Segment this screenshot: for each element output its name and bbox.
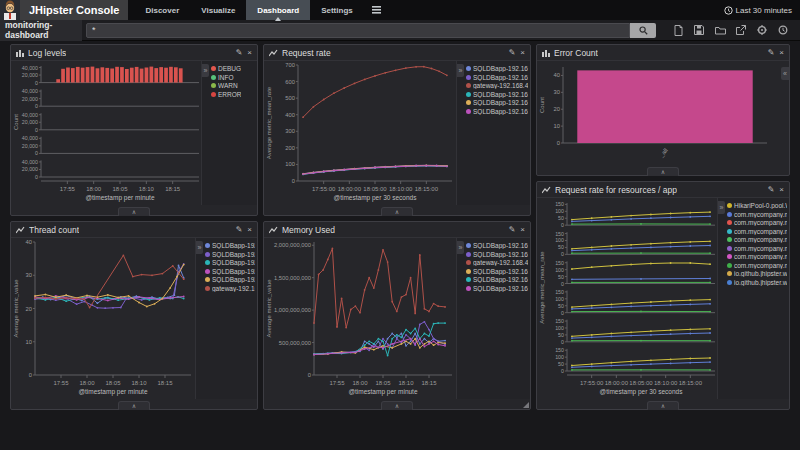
collapse-panel-chevron[interactable]: ∧ bbox=[647, 401, 679, 410]
legend-item[interactable]: SQLDBapp-192.168.4... bbox=[466, 99, 528, 106]
legend-item[interactable]: SQLDBapp-192.168.4... bbox=[466, 242, 528, 249]
legend-label: SQLDBapp-192.168.4... bbox=[212, 251, 255, 258]
legend-item[interactable]: INFO bbox=[211, 74, 255, 81]
panel-header[interactable]: Request rate ✎× bbox=[264, 45, 530, 61]
legend-toggle-icon[interactable]: » bbox=[196, 241, 203, 254]
edit-icon[interactable]: ✎ bbox=[509, 226, 516, 234]
legend-item[interactable]: SQLDBapp-192.168.4... bbox=[205, 276, 255, 283]
panel-header[interactable]: Thread count ✎× bbox=[11, 222, 257, 238]
time-picker[interactable]: Last 30 minutes bbox=[724, 0, 800, 20]
legend-item[interactable]: com.mycompany.myap... bbox=[727, 211, 787, 218]
legend-item[interactable]: com.mycompany.myap... bbox=[727, 228, 787, 235]
nav-item-visualize[interactable]: Visualize bbox=[190, 0, 246, 20]
panel-header[interactable]: Error Count ✎× bbox=[537, 45, 789, 61]
legend-item[interactable]: SQLDBapp-192.168.4... bbox=[466, 91, 528, 98]
legend-item[interactable]: DEBUG bbox=[211, 65, 255, 72]
legend-item[interactable]: com.mycompany.myap... bbox=[727, 245, 787, 252]
legend-item[interactable]: ERROR bbox=[211, 91, 255, 98]
refresh-clock-icon[interactable] bbox=[777, 24, 789, 36]
bar-chart-icon bbox=[542, 49, 550, 57]
legend-color-dot bbox=[466, 83, 471, 88]
brand-block[interactable]: JHipster Console bbox=[20, 0, 128, 20]
search-input[interactable] bbox=[86, 23, 630, 38]
legend-label: SQLDBapp-192.168.4... bbox=[473, 276, 528, 283]
legend-color-dot bbox=[727, 263, 732, 268]
legend-item[interactable]: SQLDBapp-192.168.4... bbox=[466, 251, 528, 258]
edit-icon[interactable]: ✎ bbox=[768, 186, 775, 194]
close-icon[interactable]: × bbox=[247, 226, 252, 234]
collapse-panel-chevron[interactable]: ∧ bbox=[118, 401, 150, 410]
dashboard-title-tab[interactable]: monitoring-dashboard bbox=[0, 20, 82, 41]
panel-header[interactable]: Log levels ✎× bbox=[11, 45, 257, 61]
legend-item[interactable]: gateway-192.168.43.8... bbox=[466, 259, 528, 266]
svg-text:50: 50 bbox=[558, 215, 564, 221]
search-button[interactable] bbox=[630, 23, 656, 38]
panel-footer: ∧ bbox=[11, 205, 257, 215]
new-dashboard-icon[interactable] bbox=[672, 24, 684, 36]
legend-toggle-icon[interactable]: » bbox=[202, 64, 209, 77]
jhipster-logo[interactable] bbox=[0, 0, 20, 20]
collapse-panel-chevron[interactable]: ∧ bbox=[647, 167, 679, 176]
close-icon[interactable]: × bbox=[779, 186, 784, 194]
legend-item[interactable]: WARN bbox=[211, 82, 255, 89]
legend-color-dot bbox=[466, 269, 471, 274]
legend-item[interactable]: com.mycompany.myap... bbox=[727, 262, 787, 269]
legend-item[interactable]: io.github.jhipster.web.r... bbox=[727, 279, 787, 286]
legend-toggle-icon[interactable]: « bbox=[781, 67, 789, 80]
legend-item[interactable]: SQLDBapp-192.168.4... bbox=[466, 65, 528, 72]
legend-color-dot bbox=[727, 271, 732, 276]
legend-item[interactable]: io.github.jhipster.web.r... bbox=[727, 270, 787, 277]
legend-toggle-icon[interactable]: » bbox=[457, 241, 464, 254]
legend-item[interactable]: SQLDBapp-192.168.4... bbox=[205, 259, 255, 266]
svg-text:40: 40 bbox=[554, 72, 560, 78]
legend-item[interactable]: SQLDBapp-192.168.4... bbox=[466, 276, 528, 283]
nav-item-settings[interactable]: Settings bbox=[310, 0, 364, 20]
panel-header[interactable]: Memory Used ✎× bbox=[264, 222, 530, 238]
clock-icon bbox=[724, 6, 733, 15]
legend-item[interactable]: gateway-192.168.43.8... bbox=[205, 285, 255, 292]
settings-gear-icon[interactable] bbox=[756, 24, 768, 36]
save-icon[interactable] bbox=[693, 24, 705, 36]
nav-item-dashboard[interactable]: Dashboard bbox=[246, 0, 310, 20]
legend-color-dot bbox=[211, 83, 216, 88]
legend-item[interactable]: gateway-192.168.43.8... bbox=[466, 82, 528, 89]
resize-handle[interactable] bbox=[523, 402, 529, 408]
nav-item-discover[interactable]: Discover bbox=[134, 0, 190, 20]
panel-header[interactable]: Request rate for resources / app ✎× bbox=[537, 182, 789, 198]
legend-item[interactable]: SQLDBapp-192.168.4... bbox=[205, 268, 255, 275]
legend-item[interactable]: SQLDBapp-192.168.4... bbox=[466, 74, 528, 81]
legend-color-dot bbox=[727, 254, 732, 259]
edit-icon[interactable]: ✎ bbox=[509, 49, 516, 57]
edit-icon[interactable]: ✎ bbox=[768, 49, 775, 57]
svg-text:50: 50 bbox=[558, 244, 564, 250]
edit-icon[interactable]: ✎ bbox=[236, 49, 243, 57]
close-icon[interactable]: × bbox=[520, 226, 525, 234]
svg-text:20,000: 20,000 bbox=[22, 96, 38, 102]
collapse-panel-chevron[interactable]: ∧ bbox=[118, 207, 150, 216]
legend-item[interactable]: SQLDBapp-192.168.4... bbox=[466, 285, 528, 292]
legend-item[interactable]: com.mycompany.myap... bbox=[727, 253, 787, 260]
close-icon[interactable]: × bbox=[520, 49, 525, 57]
collapse-panel-chevron[interactable]: ∧ bbox=[381, 401, 413, 410]
menu-icon[interactable] bbox=[364, 0, 389, 20]
panel-body: 17:5518:0018:0518:1018:15@timestamp per … bbox=[11, 238, 257, 399]
legend-item[interactable]: SQLDBapp-192.168.4... bbox=[466, 268, 528, 275]
legend-item[interactable]: HikariPool-0.pool.Wait bbox=[727, 202, 787, 209]
svg-text:18:10: 18:10 bbox=[131, 380, 147, 386]
request-rate-chart: 17:55:0018:00:0018:05:0018:10:0018:15:00… bbox=[264, 61, 456, 205]
close-icon[interactable]: × bbox=[247, 49, 252, 57]
legend-item[interactable]: SQLDBapp-192.168.4... bbox=[205, 242, 255, 249]
legend-item[interactable]: SQLDBapp-192.168.4... bbox=[205, 251, 255, 258]
collapse-panel-chevron[interactable]: ∧ bbox=[381, 207, 413, 216]
edit-icon[interactable]: ✎ bbox=[236, 226, 243, 234]
legend-item[interactable]: SQLDBapp-192.168.4... bbox=[466, 108, 528, 115]
close-icon[interactable]: × bbox=[779, 49, 784, 57]
svg-text:17:55: 17:55 bbox=[60, 186, 76, 192]
legend-item[interactable]: com.mycompany.myap... bbox=[727, 219, 787, 226]
legend-item[interactable]: com.mycompany.myap... bbox=[727, 236, 787, 243]
open-folder-icon[interactable] bbox=[714, 24, 726, 36]
legend-label: SQLDBapp-192.168.4... bbox=[473, 242, 528, 249]
share-icon[interactable] bbox=[735, 24, 747, 36]
legend-toggle-icon[interactable]: » bbox=[718, 201, 725, 214]
legend-toggle-icon[interactable]: » bbox=[457, 64, 464, 77]
